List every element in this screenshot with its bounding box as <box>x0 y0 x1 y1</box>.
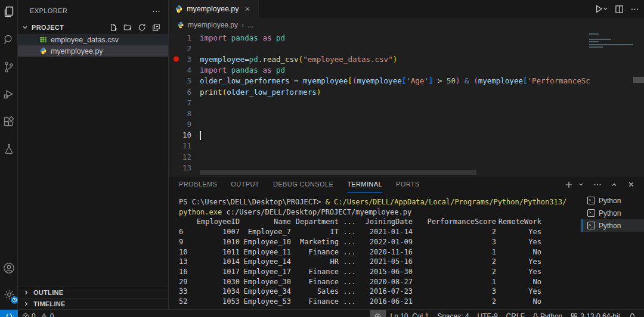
settings-gear-icon[interactable] <box>2 287 16 302</box>
code-line[interactable]: 7 <box>169 97 644 108</box>
code-line[interactable]: 10 <box>169 130 644 141</box>
panel-tab-ports[interactable]: PORTS <box>396 176 420 192</box>
line-number[interactable]: 13 <box>169 163 200 172</box>
refresh-icon[interactable] <box>137 23 147 32</box>
notifications-bell-icon[interactable] <box>624 310 640 317</box>
language-mode[interactable]: {} Python <box>529 310 566 317</box>
line-number[interactable]: 12 <box>169 153 200 161</box>
line-number[interactable]: 3 <box>169 55 200 64</box>
line-number[interactable]: 7 <box>169 98 200 107</box>
testing-flask-icon[interactable] <box>2 142 16 156</box>
more-actions-icon[interactable] <box>630 4 639 14</box>
line-number[interactable]: 4 <box>169 66 200 74</box>
explorer-icon[interactable] <box>2 5 16 19</box>
eol-sequence[interactable]: CRLF <box>502 310 529 317</box>
terminal-output[interactable]: PS C:\Users\DELL\Desktop\PROJECT> & C:/U… <box>169 197 571 309</box>
source-control-icon[interactable] <box>2 60 16 74</box>
panel-header: PROBLEMSOUTPUTDEBUG CONSOLETERMINALPORTS <box>169 176 644 192</box>
terminal-table-row: 131014Employee_14HR...2021-05-162Yes <box>179 257 571 267</box>
new-folder-icon[interactable] <box>123 23 132 32</box>
code-line[interactable]: 11 <box>169 141 644 151</box>
text-cursor <box>200 131 201 140</box>
terminal-dropdown-icon[interactable] <box>576 180 586 189</box>
code-line[interactable]: 8 <box>169 108 644 119</box>
new-terminal-icon[interactable] <box>564 180 574 189</box>
tab-myemployee-py[interactable]: myemployee.py <box>169 0 259 18</box>
activity-bar-bottom <box>0 261 18 302</box>
code-text: import pandas as pd <box>200 33 644 42</box>
extensions-icon[interactable] <box>2 114 16 129</box>
horizontal-scrollbar[interactable] <box>200 170 584 175</box>
code-line[interactable]: 3myemployee=pd.read_csv("employee_datas.… <box>169 54 644 64</box>
panel-tab-output[interactable]: OUTPUT <box>231 176 259 192</box>
panel-tab-problems[interactable]: PROBLEMS <box>179 176 217 192</box>
maximize-panel-icon[interactable] <box>609 180 619 189</box>
file-item-employee_datas.csv[interactable]: employee_datas.csv <box>18 34 168 45</box>
search-icon[interactable] <box>2 32 16 46</box>
run-and-debug-icon[interactable] <box>2 87 16 101</box>
file-item-myemployee.py[interactable]: myemployee.py <box>18 45 168 57</box>
terminal-table-row: 101011Employee_11Finance...2020-11-161No <box>179 247 571 257</box>
line-number[interactable]: 6 <box>169 88 200 97</box>
line-number[interactable]: 11 <box>169 141 200 150</box>
editor-scrollbar-thumb[interactable] <box>633 77 644 83</box>
panel-more-icon[interactable] <box>593 180 602 189</box>
encoding[interactable]: UTF-8 <box>473 310 502 317</box>
outline-section[interactable]: OUTLINE <box>18 287 168 298</box>
sidebar-more-icon[interactable]: ··· <box>151 6 161 15</box>
breadcrumb-symbol[interactable]: ... <box>247 21 253 29</box>
timeline-section[interactable]: TIMELINE <box>18 298 168 309</box>
chevron-right-icon <box>21 299 31 309</box>
line-number[interactable]: 8 <box>169 109 200 118</box>
code-line[interactable]: 12 <box>169 151 644 162</box>
run-python-file-icon[interactable] <box>594 4 608 14</box>
terminal-instance-python[interactable]: >_Python <box>581 194 644 207</box>
close-panel-icon[interactable] <box>626 180 636 189</box>
split-editor-icon[interactable] <box>614 4 624 14</box>
code-editor[interactable]: 1import pandas as pd23myemployee=pd.read… <box>169 32 644 176</box>
vscode-window: EXPLORER ··· PROJECT <box>0 0 644 317</box>
python-file-icon <box>175 5 183 13</box>
indentation[interactable]: Spaces: 4 <box>433 310 473 317</box>
line-number[interactable]: 5 <box>169 76 200 85</box>
status-bar-right: Ln 10, Col 1 Spaces: 4 UTF-8 CRLF {} Pyt… <box>370 310 640 317</box>
project-section-header[interactable]: PROJECT <box>18 21 168 34</box>
code-line[interactable]: 4import pandas as pd <box>169 65 644 76</box>
terminal-instance-label: Python <box>599 197 621 205</box>
terminal-instance-python[interactable]: >_Python <box>581 219 644 232</box>
screencast-zoom-indicator[interactable] <box>370 310 386 317</box>
code-line[interactable]: 2 <box>169 43 644 54</box>
line-number[interactable]: 9 <box>169 120 200 129</box>
panel-tab-terminal[interactable]: TERMINAL <box>347 176 382 192</box>
tab-close-icon[interactable] <box>243 4 252 14</box>
collapse-all-icon[interactable] <box>151 23 161 32</box>
code-line[interactable]: 1import pandas as pd <box>169 32 644 43</box>
breakpoint-dot[interactable] <box>174 57 179 62</box>
terminal-instance-python[interactable]: >_Python <box>581 207 644 219</box>
panel-tab-debug-console[interactable]: DEBUG CONSOLE <box>273 176 333 192</box>
code-line[interactable]: 5older_low_performers = myemployee[(myem… <box>169 76 644 86</box>
line-number[interactable]: 10 <box>169 130 200 139</box>
line-number[interactable]: 2 <box>169 44 200 53</box>
breadcrumb-file[interactable]: myemployee.py <box>188 21 238 29</box>
terminal-instance-list: >_Python>_Python>_Python <box>581 194 644 232</box>
remote-indicator[interactable] <box>0 310 18 317</box>
csv-file-icon <box>39 36 47 43</box>
breadcrumb[interactable]: myemployee.py › ... <box>169 18 644 32</box>
file-list: employee_datas.csvmyemployee.py <box>18 34 168 57</box>
line-number[interactable]: 1 <box>169 33 200 42</box>
editor-tabbar: myemployee.py <box>169 0 644 18</box>
code-text: import pandas as pd <box>200 66 644 74</box>
python-interpreter[interactable]: 3.13.0 64-bit <box>566 310 624 317</box>
terminal-instance-label: Python <box>599 222 621 230</box>
new-file-icon[interactable] <box>109 23 118 32</box>
cursor-position[interactable]: Ln 10, Col 1 <box>386 310 433 317</box>
code-line[interactable]: 6print(older_low_performers) <box>169 86 644 97</box>
explorer-sidebar: EXPLORER ··· PROJECT <box>18 0 169 309</box>
code-text: older_low_performers = myemployee[(myemp… <box>200 76 644 85</box>
problems-status[interactable]: 0 0 <box>18 310 58 317</box>
code-line[interactable]: 9 <box>169 119 644 130</box>
accounts-icon[interactable] <box>2 261 16 275</box>
minimap[interactable] <box>589 33 638 170</box>
code-text: myemployee=pd.read_csv("employee_datas.c… <box>200 55 644 64</box>
